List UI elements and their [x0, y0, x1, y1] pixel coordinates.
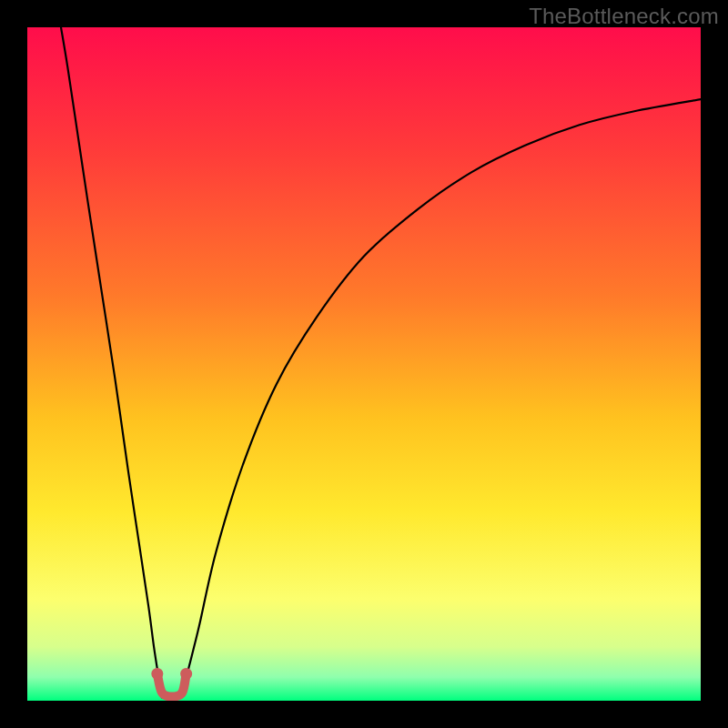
gradient-background	[27, 27, 701, 701]
bottleneck-marker-dot-left	[151, 668, 163, 680]
bottleneck-marker-dot-right	[180, 668, 192, 680]
watermark-text: TheBottleneck.com	[529, 4, 719, 29]
plot-area	[27, 27, 701, 701]
chart-frame: TheBottleneck.com	[0, 0, 728, 728]
plot-svg	[27, 27, 701, 701]
